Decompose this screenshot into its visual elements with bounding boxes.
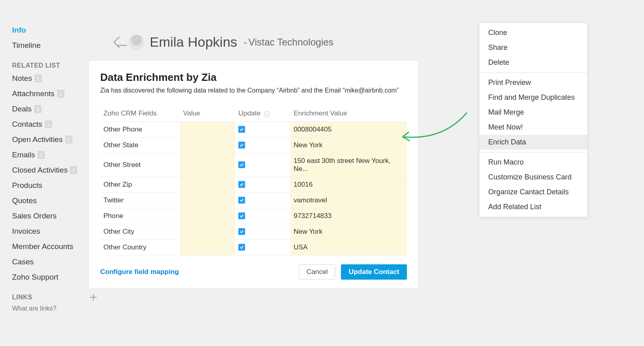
sidebar-item-label: Deals bbox=[12, 105, 32, 113]
sidebar-item[interactable]: Member Accounts bbox=[12, 239, 101, 254]
cell-field: Phone bbox=[100, 208, 180, 224]
cell-update bbox=[235, 193, 290, 208]
cell-enrichment: 150 east 30th street New Yourk, Ne... bbox=[290, 153, 407, 177]
table-row: Other Zip10016 bbox=[100, 177, 407, 193]
sidebar-item[interactable]: Sales Orders bbox=[12, 208, 101, 224]
menu-item[interactable]: Mail Merge bbox=[479, 105, 587, 120]
cell-update bbox=[235, 138, 290, 153]
count-badge: 1 bbox=[45, 120, 52, 128]
count-badge: 2 bbox=[65, 136, 72, 144]
cell-enrichment: 0008004405 bbox=[290, 122, 407, 138]
cell-value bbox=[180, 208, 235, 224]
menu-separator bbox=[479, 72, 587, 73]
cell-enrichment: New York bbox=[290, 138, 407, 153]
checkbox-icon[interactable] bbox=[238, 212, 245, 219]
cell-enrichment: New York bbox=[290, 224, 407, 240]
menu-separator bbox=[479, 152, 587, 152]
sidebar-item[interactable]: Cases bbox=[12, 254, 101, 270]
sidebar-item[interactable]: Contacts1 bbox=[12, 117, 101, 132]
count-badge: 2 bbox=[70, 166, 77, 174]
checkbox-icon[interactable] bbox=[238, 181, 245, 188]
cell-field: Other Country bbox=[100, 240, 180, 255]
menu-item[interactable]: Add Related List bbox=[479, 200, 587, 214]
sidebar-timeline[interactable]: Timeline bbox=[12, 38, 101, 53]
menu-item[interactable]: Organize Cantact Details bbox=[479, 185, 587, 200]
cell-enrichment: USA bbox=[290, 240, 407, 255]
cell-value bbox=[180, 193, 235, 208]
menu-item[interactable]: Run Macro bbox=[479, 155, 587, 170]
menu-item[interactable]: Customize Business Card bbox=[479, 170, 587, 185]
record-name: Emila Hopkins bbox=[150, 34, 237, 50]
menu-item[interactable]: Enrich Data bbox=[479, 135, 587, 150]
col-field: Zoho CRM Fields bbox=[100, 105, 180, 122]
cell-update bbox=[235, 122, 290, 138]
checkbox-icon[interactable] bbox=[238, 228, 245, 235]
checkbox-icon[interactable] bbox=[238, 126, 245, 133]
count-badge: 2 bbox=[57, 90, 64, 98]
sidebar-item-label: Sales Orders bbox=[12, 212, 57, 220]
sidebar-item[interactable]: Notes1 bbox=[12, 71, 101, 86]
cancel-button[interactable]: Cancel bbox=[299, 264, 335, 280]
cell-field: Other Phone bbox=[100, 122, 180, 138]
cell-field: Other State bbox=[100, 138, 180, 153]
sidebar-item-label: Attachments bbox=[12, 89, 55, 98]
checkbox-icon[interactable] bbox=[238, 244, 245, 251]
sidebar-item-label: Closed Activities bbox=[12, 166, 68, 175]
sidebar-item[interactable]: Emails1 bbox=[12, 147, 101, 163]
sidebar-item-label: Contacts bbox=[12, 120, 42, 129]
back-arrow-icon[interactable] bbox=[114, 36, 125, 47]
sidebar-item[interactable]: Deals3 bbox=[12, 101, 101, 117]
cell-update bbox=[235, 153, 290, 177]
add-link-icon[interactable] bbox=[90, 294, 97, 301]
sidebar-item[interactable]: Invoices bbox=[12, 224, 101, 239]
menu-item[interactable]: Share bbox=[479, 40, 587, 55]
sidebar-item[interactable]: Zoho Support bbox=[12, 270, 101, 285]
sidebar-links-heading: LINKS bbox=[12, 285, 97, 303]
links-help-text[interactable]: What are links? bbox=[12, 303, 101, 312]
checkbox-icon[interactable] bbox=[238, 142, 245, 148]
sidebar-item[interactable]: Attachments2 bbox=[12, 86, 101, 101]
cell-value bbox=[180, 224, 235, 240]
more-actions-menu: CloneShareDelete Print PreviewFind and M… bbox=[479, 23, 588, 217]
cell-update bbox=[235, 224, 290, 240]
checkbox-icon[interactable] bbox=[238, 161, 245, 168]
cell-update bbox=[235, 177, 290, 193]
count-badge: 1 bbox=[37, 151, 45, 159]
menu-item[interactable]: Delete bbox=[479, 55, 587, 70]
cell-field: Other Street bbox=[100, 153, 180, 177]
update-contact-button[interactable]: Update Contact bbox=[341, 264, 407, 280]
sidebar-item-label: Open Activities bbox=[12, 135, 63, 144]
col-value: Value bbox=[180, 105, 235, 122]
sidebar-item-label: Products bbox=[12, 181, 42, 190]
sidebar-item[interactable]: Closed Activities2 bbox=[12, 163, 101, 178]
count-badge: 1 bbox=[35, 74, 42, 82]
checkbox-icon[interactable] bbox=[238, 197, 245, 204]
table-row: Other Phone0008004405 bbox=[100, 122, 407, 138]
count-badge: 3 bbox=[34, 105, 41, 113]
cell-value bbox=[180, 153, 235, 177]
info-icon[interactable]: i bbox=[264, 111, 270, 117]
table-row: Other StateNew York bbox=[100, 138, 407, 153]
panel-title: Data Enrichment by Zia bbox=[100, 71, 407, 84]
sidebar-related-heading: RELATED LIST bbox=[12, 53, 97, 71]
cell-field: Other Zip bbox=[100, 177, 180, 193]
sidebar-item[interactable]: Quotes bbox=[12, 193, 101, 208]
sidebar-item[interactable]: Open Activities2 bbox=[12, 132, 101, 147]
cell-field: Twitter bbox=[100, 193, 180, 208]
menu-item[interactable]: Meet Now! bbox=[479, 120, 587, 135]
sidebar-info[interactable]: Info bbox=[12, 23, 101, 38]
sidebar: Info Timeline RELATED LIST Notes1Attachm… bbox=[0, 0, 101, 346]
sidebar-item-label: Cases bbox=[12, 257, 34, 266]
cell-enrichment: 10016 bbox=[290, 177, 407, 193]
menu-item[interactable]: Clone bbox=[479, 25, 587, 40]
sidebar-item[interactable]: Products bbox=[12, 178, 101, 193]
sidebar-item-label: Member Accounts bbox=[12, 242, 73, 251]
sidebar-item-label: Quotes bbox=[12, 196, 37, 205]
menu-item[interactable]: Find and Merge Duplicates bbox=[479, 90, 587, 105]
col-update: Update i bbox=[235, 105, 290, 122]
enrichment-table: Zoho CRM Fields Value Update i Enrichmen… bbox=[100, 105, 407, 255]
configure-mapping-link[interactable]: Configure field mapping bbox=[100, 268, 179, 276]
cell-enrichment: 9732714833 bbox=[290, 208, 407, 224]
menu-item[interactable]: Print Preview bbox=[479, 75, 587, 90]
table-row: Phone9732714833 bbox=[100, 208, 407, 224]
